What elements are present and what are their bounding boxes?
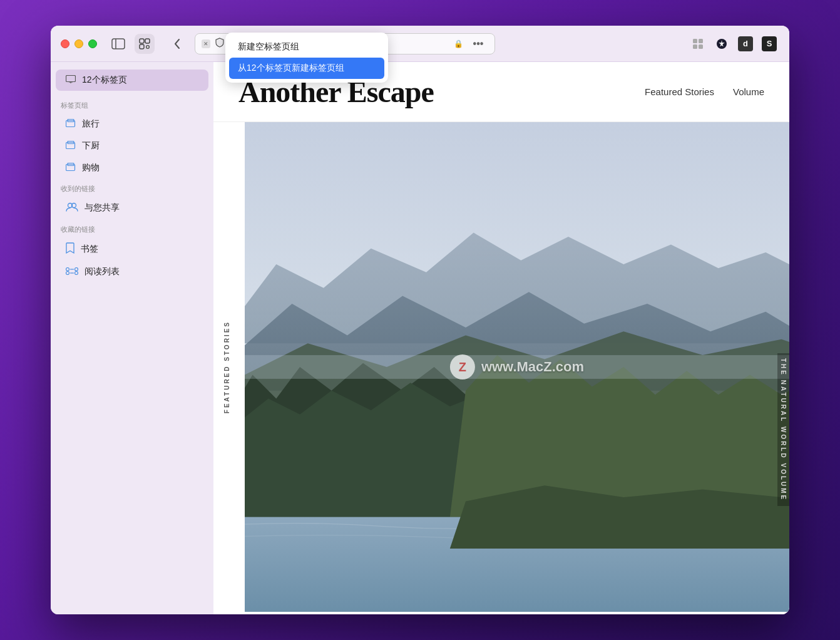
monitor-icon — [66, 75, 76, 86]
title-bar: ✕ anotherescape.com 🔒 ••• — [51, 26, 789, 62]
ai-icon[interactable] — [712, 34, 732, 54]
featured-stories-text: FEATURED STORIES — [223, 321, 230, 413]
extensions-icon[interactable] — [688, 34, 708, 54]
featured-stories-vertical: FEATURED STORIES — [223, 122, 230, 612]
received-links-section-label: 收到的链接 — [51, 179, 213, 196]
tab-groups-section-label: 标签页组 — [51, 96, 213, 113]
browser-window: ✕ anotherescape.com 🔒 ••• — [51, 26, 789, 614]
natural-world-vertical: THE NATURAL WORLD VOLUME — [777, 247, 789, 612]
svg-point-25 — [75, 268, 78, 271]
svg-rect-3 — [145, 39, 150, 43]
macz-watermark: Z www.MacZ.com — [450, 354, 584, 379]
close-button[interactable] — [61, 39, 69, 48]
saved-links-section-label: 收藏的链接 — [51, 220, 213, 237]
tab-group-icon — [66, 119, 76, 130]
svg-point-26 — [66, 272, 69, 275]
maximize-button[interactable] — [88, 39, 97, 48]
new-tab-group-button[interactable] — [135, 34, 155, 54]
sidebar-item-travel[interactable]: 旅行 — [56, 113, 208, 135]
website-nav: Featured Stories Volume — [645, 86, 764, 97]
svg-rect-2 — [140, 39, 144, 43]
tab-close-icon[interactable]: ✕ — [202, 39, 210, 48]
back-button[interactable] — [167, 34, 187, 54]
nav-volume[interactable]: Volume — [733, 86, 764, 97]
sidebar-item-shared[interactable]: 与您共享 — [56, 197, 208, 219]
traffic-lights — [61, 39, 97, 48]
sidebar-item-cooking[interactable]: 下厨 — [56, 135, 208, 157]
shared-label: 与您共享 — [85, 202, 120, 214]
natural-world-text: THE NATURAL WORLD VOLUME — [777, 353, 789, 506]
nav-featured-stories[interactable]: Featured Stories — [645, 86, 714, 97]
sidebar-item-bookmarks[interactable]: 书签 — [56, 237, 208, 261]
nav-buttons — [167, 34, 187, 54]
sidebar-item-reading-list[interactable]: 阅读列表 — [56, 261, 208, 282]
svg-rect-9 — [699, 39, 703, 43]
new-empty-tab-group-item[interactable]: 新建空标签页组 — [229, 36, 384, 58]
svg-rect-4 — [140, 44, 144, 49]
svg-point-24 — [66, 268, 69, 271]
tab-group-icon-3 — [66, 163, 76, 173]
s-extension-icon[interactable]: S — [759, 34, 779, 54]
bookmark-icon — [66, 242, 74, 255]
svg-rect-11 — [699, 44, 703, 49]
hero-area: FEATURED STORIES — [213, 122, 789, 612]
toolbar-icons: d S — [688, 34, 779, 54]
macz-text: www.MacZ.com — [481, 359, 584, 375]
more-button[interactable]: ••• — [468, 34, 488, 54]
shopping-label: 购物 — [82, 162, 100, 173]
shield-icon — [215, 38, 224, 49]
travel-label: 旅行 — [82, 118, 100, 130]
svg-rect-13 — [66, 75, 76, 81]
lock-icon: 🔒 — [454, 39, 463, 48]
sidebar-item-shopping[interactable]: 购物 — [56, 157, 208, 178]
svg-rect-0 — [112, 39, 125, 49]
tab-group-icon-2 — [66, 141, 76, 152]
svg-rect-10 — [693, 44, 697, 49]
bookmarks-label: 书签 — [81, 244, 98, 255]
new-tab-group-from-existing-item[interactable]: 从12个标签页新建标签页组 — [229, 58, 384, 79]
reading-list-icon — [66, 267, 78, 277]
cooking-label: 下厨 — [82, 140, 100, 152]
svg-rect-8 — [693, 39, 697, 43]
reading-list-label: 阅读列表 — [85, 266, 120, 277]
all-tabs-label: 12个标签页 — [82, 75, 127, 86]
macz-logo: Z — [450, 354, 475, 379]
shared-icon — [66, 202, 78, 214]
sidebar-toggle[interactable] — [110, 37, 127, 51]
browser-content: Another Escape Featured Stories Volume F… — [213, 62, 789, 614]
all-tabs-item[interactable]: 12个标签页 — [56, 70, 208, 91]
main-content: 12个标签页 标签页组 旅行 — [51, 62, 789, 614]
minimize-button[interactable] — [74, 39, 83, 48]
hero-image: Z www.MacZ.com THE NATURAL WORLD VOLUME — [245, 122, 789, 612]
svg-point-27 — [75, 272, 78, 275]
d-extension-icon[interactable]: d — [735, 34, 755, 54]
dropdown-menu: 新建空标签页组 从12个标签页新建标签页组 — [225, 33, 388, 83]
sidebar: 12个标签页 标签页组 旅行 — [51, 62, 213, 614]
